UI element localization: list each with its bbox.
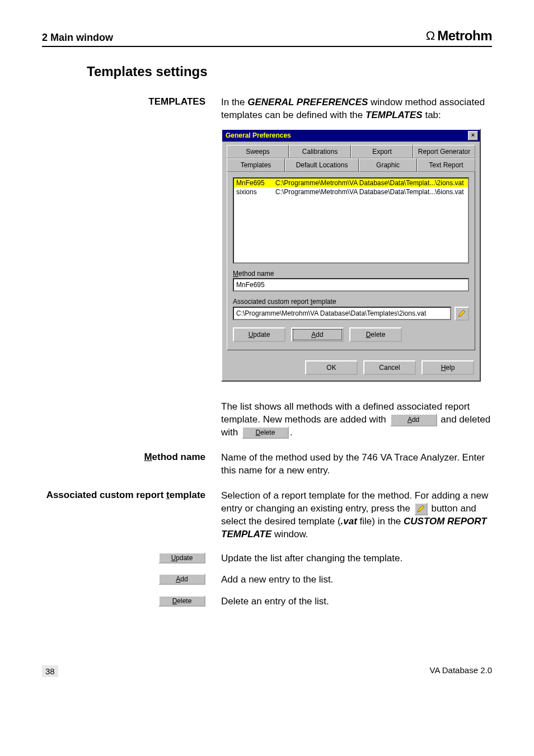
add-button-inline: Add — [390, 414, 437, 426]
update-button[interactable]: Update — [233, 327, 285, 342]
method-name-label-doc: Method name — [144, 452, 205, 462]
tab-graphic[interactable]: Graphic — [359, 158, 417, 172]
dialog-title: General Preferences — [226, 131, 291, 140]
list-item[interactable]: sixions C:\Programme\Metrohm\VA Database… — [234, 187, 468, 196]
cancel-button[interactable]: Cancel — [363, 360, 416, 375]
delete-desc: Delete an entry of the list. — [221, 595, 492, 608]
method-name-desc: Name of the method used by the 746 VA Tr… — [221, 452, 492, 477]
methods-listbox[interactable]: MnFe695 C:\Programme\Metrohm\VA Database… — [233, 177, 469, 264]
delete-button[interactable]: Delete — [349, 327, 402, 342]
intro-text: In the GENERAL PREFERENCES window method… — [221, 96, 492, 382]
list-item[interactable]: MnFe695 C:\Programme\Metrohm\VA Database… — [234, 179, 468, 187]
delete-button-doc: Delete — [158, 595, 205, 607]
omega-icon: Ω — [426, 29, 435, 43]
add-button[interactable]: Add — [291, 327, 344, 342]
section-title: Templates settings — [87, 64, 492, 79]
assoc-template-label: Associated custom report template — [233, 297, 469, 306]
page-number: 38 — [42, 665, 58, 677]
close-icon[interactable]: × — [468, 131, 478, 140]
tab-report-generator[interactable]: Report Generator — [413, 145, 475, 158]
add-desc: Add a new entry to the list. — [221, 574, 492, 586]
header-section: 2 Main window — [42, 32, 113, 44]
tab-text-report[interactable]: Text Report — [417, 158, 475, 172]
help-button[interactable]: Help — [421, 360, 474, 375]
page-header: 2 Main window Ω Metrohm — [42, 28, 492, 47]
method-name-field[interactable]: MnFe695 — [233, 278, 469, 292]
assoc-template-field[interactable]: C:\Programme\Metrohm\VA Database\Data\Te… — [233, 307, 451, 320]
browse-pencil-button[interactable] — [455, 307, 469, 321]
tab-default-locations[interactable]: Default Locations — [285, 158, 359, 172]
footer-right: VA Database 2.0 — [430, 665, 492, 677]
page-footer: 38 VA Database 2.0 — [42, 665, 492, 677]
pencil-icon — [416, 504, 425, 513]
tab-export[interactable]: Export — [351, 145, 413, 158]
add-button-doc: Add — [158, 574, 205, 585]
ok-button[interactable]: OK — [305, 360, 358, 375]
brand-logo: Ω Metrohm — [426, 28, 492, 44]
delete-button-inline: Delete — [242, 426, 289, 439]
pencil-icon — [457, 309, 466, 318]
list-description: The list shows all methods with a define… — [221, 401, 492, 439]
browse-pencil-button-inline — [414, 503, 428, 515]
tab-calibrations[interactable]: Calibrations — [289, 145, 351, 158]
tab-row-1: Sweeps Calibrations Export Report Genera… — [227, 145, 475, 158]
tab-row-2: Templates Default Locations Graphic Text… — [227, 158, 475, 172]
assoc-template-desc: Selection of a report template for the m… — [221, 490, 492, 541]
assoc-template-label-doc: Associated custom report template — [46, 490, 205, 500]
tab-templates[interactable]: Templates — [227, 158, 285, 172]
dialog-titlebar: General Preferences × — [222, 130, 480, 142]
templates-tab-label: TEMPLATES — [148, 96, 205, 107]
update-desc: Update the list after changing the templ… — [221, 552, 492, 565]
general-preferences-dialog: General Preferences × Sweeps Calibration… — [221, 129, 481, 382]
tab-sweeps[interactable]: Sweeps — [227, 145, 289, 158]
method-name-label: Method name — [233, 269, 469, 278]
update-button-doc: Update — [158, 552, 205, 564]
